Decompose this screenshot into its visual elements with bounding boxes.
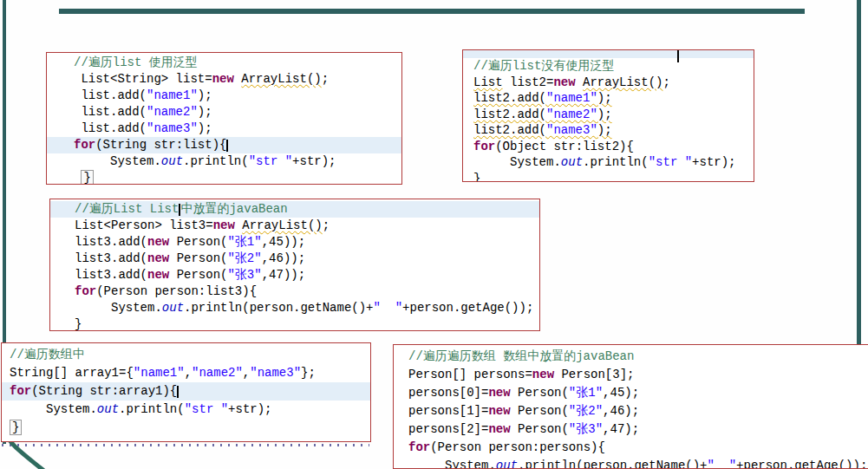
code-token-c: //遍历数组中 [10,348,85,362]
code-token-c: //遍历遍历数组 数组中放置的javaBean [408,349,634,363]
code-token-f: out [561,155,583,169]
code-token-p: (Person person:persons){ [430,440,605,454]
code-token-f: out [97,402,119,416]
code-token-p: .println( [583,155,649,169]
slide-top-accent-bar [59,9,805,14]
code-line: String[] array1={"name1","name2","name3"… [2,364,370,382]
code-token-p: ,45); [603,386,639,400]
code-token-p: .println(person.getName()+ [184,301,373,315]
code-line: } [47,170,401,185]
code-token-s: "name2" [147,105,198,119]
code-token-p: list2= [503,75,554,89]
code-token-p: +person.getAge()); [736,459,867,469]
code-token-w: list2.add( [473,123,546,137]
code-token-w: ); [597,91,612,105]
code-token-p [576,75,583,89]
code-line: //遍历数组中 [2,346,370,364]
code-line: } [463,171,754,183]
code-token-w: list2.add( [473,91,546,105]
presentation-slide: //遍历list 使用泛型 List<String> list=new Arra… [0,0,868,469]
code-token-p: System. [473,155,561,169]
code-box-list-javabean: //遍历List List中放置的javaBeanList<Person> li… [49,199,540,331]
code-token-f: out [496,459,518,469]
code-line: list.add("name3"); [47,121,401,137]
code-token-k: new [212,72,234,86]
code-token-s: "str " [649,155,692,169]
code-token-p: } [473,172,480,183]
code-token-w: ); [597,107,612,121]
code-token-c: //遍历List List [75,202,179,216]
code-token-s: "张2" [227,251,261,265]
code-line: list2.add("name1"); [463,90,754,107]
code-token-p: ,45)); [262,235,305,249]
code-token-p: String[] array1={ [10,366,134,380]
code-token-k: new [488,386,510,400]
code-token-w: List [473,75,503,89]
code-token-p: .println( [119,402,185,416]
code-token-p: ; [322,72,329,86]
code-token-k: new [532,368,554,381]
code-token-p: System. [74,154,161,168]
code-token-k: new [488,422,510,436]
code-token-p: System. [10,402,97,416]
code-token-p: Person( [511,422,569,436]
code-token-p: Person( [169,268,227,282]
code-token-p: ,46)); [262,251,305,265]
code-line: System.out.println("str "+str); [463,154,754,171]
code-line: persons[1]=new Person("张2",46); [394,402,868,420]
code-token-k: new [147,235,169,249]
code-token-p: persons[2]= [408,422,488,436]
code-line: persons[0]=new Person("张1",45); [394,384,868,402]
code-token-p: list.add( [74,105,147,119]
code-token-k: for [473,140,495,153]
code-token-sw: "name3" [546,123,597,137]
code-token-w: ArrayList() [242,218,322,232]
code-token-k: new [488,404,510,418]
code-box-array-javabean: //遍历遍历数组 数组中放置的javaBeanPerson[] persons=… [393,344,868,469]
code-token-p: list3.add( [75,268,147,282]
code-line: list3.add(new Person("张1",45)); [50,234,539,251]
code-token-p: System. [408,459,496,469]
code-token-c: 中放置的javaBean [180,202,287,216]
code-token-p: ,46); [603,404,639,418]
code-token-p: list3.add( [75,251,147,265]
code-token-p: (Object str:list2){ [495,140,634,153]
code-token-k: for [408,440,430,454]
code-token-p: ); [198,88,212,102]
code-token-p: Person( [169,251,227,265]
code-token-p: .println(person.getName()+ [518,459,707,469]
code-line: List<String> list=new ArrayList(); [47,71,401,88]
code-token-s: "name1" [134,366,185,380]
code-token-p: persons[0]= [408,386,488,400]
code-token-p: .println( [183,154,249,168]
code-token-p: ,47)); [262,268,305,282]
code-line: for(String str:list){ [47,137,401,153]
code-token-p: +str); [692,155,735,169]
code-token-k: new [147,251,169,265]
code-token-p: list3.add( [75,235,147,249]
code-token-p [235,218,242,232]
code-token-c: //遍历list 使用泛型 [74,55,198,69]
code-token-p: } [75,317,82,331]
code-token-s: "张3" [227,268,261,282]
code-line: for(String str:array1){ [2,382,370,401]
code-box-array: //遍历数组中String[] array1={"name1","name2",… [1,342,371,442]
code-token-sw: "name1" [546,91,597,105]
code-token-p: }; [301,366,316,380]
code-line: //遍历List List中放置的javaBean [50,201,539,218]
text-cursor [177,386,179,398]
code-token-b: } [81,170,93,185]
text-cursor [226,140,228,152]
code-line: list3.add(new Person("张2",46)); [50,251,539,267]
code-box-list-with-generics: //遍历list 使用泛型 List<String> list=new Arra… [46,52,402,185]
code-line: for(Person person:list3){ [50,283,539,300]
code-box-list-without-generics: //遍历list没有使用泛型List list2=new ArrayList()… [462,49,754,182]
code-token-p: List<Person> list3= [75,218,213,232]
code-line: List<Person> list3=new ArrayList(); [50,218,539,234]
code-token-sw: "name2" [546,107,597,121]
code-token-k: new [553,75,575,89]
code-token-p [234,72,241,86]
code-token-k: for [74,138,95,152]
code-token-p: +str); [292,154,336,168]
code-line: } [2,419,370,437]
